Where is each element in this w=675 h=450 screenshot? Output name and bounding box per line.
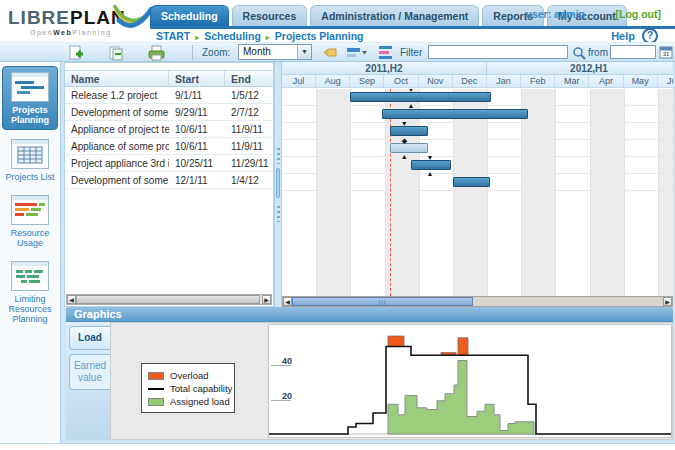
triangle-down-icon: ▼ (406, 89, 415, 93)
labels-icon[interactable] (346, 45, 368, 62)
graphics-tab-load[interactable]: Load (69, 326, 110, 350)
reassign-icon[interactable] (108, 45, 124, 63)
table-horizontal-scrollbar[interactable]: ◀ ▶ (66, 294, 272, 305)
gantt-bar[interactable] (390, 126, 428, 136)
load-chart-svg: 4020 (269, 325, 671, 437)
timeline-month: Apr (589, 75, 623, 87)
cell-start: 10/25/11 (169, 155, 225, 171)
triangle-up-icon: ▲ (400, 153, 409, 160)
print-icon[interactable] (148, 45, 165, 63)
zoom-level-select[interactable]: Month▼ (238, 44, 312, 60)
add-project-icon[interactable] (68, 45, 84, 63)
cell-start: 10/6/11 (169, 121, 225, 137)
timeline-period: 2011,H2 (282, 62, 487, 74)
gantt-horizontal-scrollbar[interactable]: ◀ ||| ▶ (282, 296, 673, 307)
table-row[interactable]: Project appliance 3rd iteration10/25/111… (65, 155, 273, 172)
scroll-right-icon[interactable]: ▶ (663, 297, 672, 306)
from-date-input[interactable] (610, 45, 656, 59)
table-row[interactable]: Appliance of some project 2nd10/6/1111/9… (65, 138, 273, 155)
table-scrollbar-thumb[interactable] (76, 295, 260, 304)
timeline-month: Jun (658, 75, 673, 87)
tagline-planning: Planning (72, 29, 111, 36)
timeline-month: May (624, 75, 658, 87)
table-row[interactable]: Release 1.2 project9/1/111/5/12 (65, 87, 273, 104)
tab-scheduling[interactable]: Scheduling (150, 5, 229, 26)
scroll-right-icon[interactable]: ▶ (262, 295, 271, 304)
scroll-left-icon[interactable]: ◀ (283, 297, 292, 306)
progress-icon[interactable] (378, 45, 393, 62)
gantt-bar[interactable] (350, 92, 491, 102)
gantt-bar[interactable] (411, 160, 451, 170)
libreplan-logo: LIBREPLAN (8, 7, 126, 29)
calendar-icon[interactable]: 31 (659, 45, 673, 61)
timeline-period: 2012,H1 (487, 62, 673, 74)
cell-end: 1/5/12 (225, 87, 273, 103)
tab-administration-management[interactable]: Administration / Management (310, 5, 479, 26)
gantt-scrollbar-thumb[interactable]: ||| (292, 297, 473, 306)
tagline-open: Open (30, 29, 53, 36)
legend-label: Overload (170, 370, 209, 381)
bottom-strip (0, 443, 675, 450)
graphics-tab-earned-value[interactable]: Earned value (69, 354, 110, 390)
sidebar-item-projects-list[interactable]: Projects List (2, 134, 58, 186)
libreplan-app: LIBREPLAN OpenWebPlanning SchedulingReso… (0, 0, 675, 450)
zoom-label: Zoom: (202, 47, 230, 58)
table-row[interactable]: Development of some project12/1/111/4/12 (65, 172, 273, 189)
filter-input[interactable] (428, 45, 568, 59)
table-row[interactable]: Appliance of project template10/6/1111/9… (65, 121, 273, 138)
sidebar-item-limiting-resources-planning[interactable]: Limiting Resources Planning (2, 256, 58, 328)
timeline-month: Feb (521, 75, 555, 87)
splitter-dots (277, 206, 280, 222)
column-header-start[interactable]: Start (169, 71, 225, 86)
project-table-header: Name Start End (65, 70, 273, 87)
svg-text:40: 40 (282, 356, 292, 366)
logo-swoosh-icon (112, 2, 154, 34)
cell-name: Release 1.2 project (65, 87, 169, 103)
breadcrumb-separator-icon: ▸ (195, 33, 199, 42)
triangle-down-icon: ▼ (426, 154, 435, 161)
splitter-dots (277, 148, 280, 164)
sidebar-item-resource-usage[interactable]: Resource Usage (2, 190, 58, 252)
gantt-year-row: 2011,H22012,H1 (282, 62, 673, 75)
sidebar: Projects PlanningProjects ListResource U… (0, 62, 61, 443)
breadcrumb-item-start[interactable]: START (156, 30, 190, 42)
sidebar-item-projects-planning[interactable]: Projects Planning (2, 66, 58, 130)
cell-end: 11/29/11 (225, 155, 273, 171)
table-row[interactable]: Development of some project9/29/112/7/12 (65, 104, 273, 121)
column-header-name[interactable]: Name (65, 71, 169, 86)
logout-link[interactable]: [Log out] (616, 8, 661, 20)
gantt-bar[interactable] (382, 109, 528, 119)
logo-tagline: OpenWebPlanning (30, 29, 112, 36)
tab-underline (150, 26, 675, 29)
splitter-handle[interactable] (276, 168, 280, 198)
resource-bars-icon (11, 195, 49, 225)
column-header-end[interactable]: End (225, 71, 273, 86)
breadcrumb-separator-icon: ▸ (266, 33, 270, 42)
legend-label: Assigned load (170, 396, 230, 407)
search-icon[interactable] (572, 46, 586, 62)
cell-name: Appliance of project template (65, 121, 169, 137)
load-chart-legend: OverloadTotal capabilityAssigned load (141, 363, 235, 413)
chevron-down-icon: ▼ (297, 45, 311, 59)
gantt-bar[interactable] (453, 177, 490, 187)
cell-end: 11/9/11 (225, 138, 273, 154)
panel-splitter[interactable] (274, 62, 282, 307)
graphics-panel-header[interactable]: Graphics (66, 307, 673, 322)
scroll-left-icon[interactable]: ◀ (67, 295, 76, 304)
gantt-row (282, 140, 673, 157)
triangle-down-icon: ▼ (400, 120, 409, 127)
limiting-bars-icon (11, 261, 49, 291)
legend-label: Total capability (170, 383, 232, 394)
tab-resources[interactable]: Resources (232, 5, 308, 26)
cell-name: Appliance of some project 2nd (65, 138, 169, 154)
help-link[interactable]: Help (611, 30, 635, 42)
breadcrumb-item-projects-planning[interactable]: Projects Planning (275, 30, 364, 42)
breadcrumb-item-scheduling[interactable]: Scheduling (204, 30, 261, 42)
gantt-chart-icon (11, 72, 49, 102)
app-header: LIBREPLAN OpenWebPlanning SchedulingReso… (0, 0, 675, 42)
tag-icon[interactable] (322, 45, 338, 62)
timeline-month: Oct (384, 75, 418, 87)
gantt-bar[interactable] (390, 143, 428, 153)
legend-item: Overload (148, 369, 228, 382)
timeline-month: Mar (555, 75, 589, 87)
